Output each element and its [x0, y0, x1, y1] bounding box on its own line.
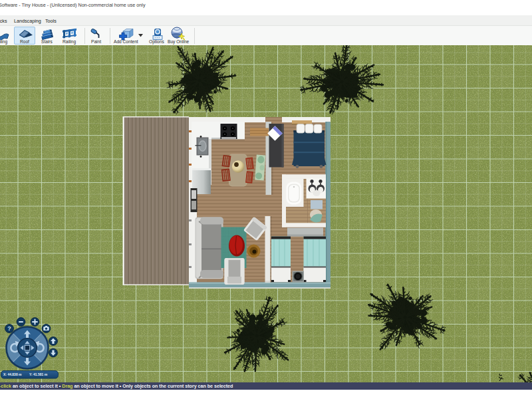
svg-text:X: 44.838 m: X: 44.838 m	[3, 372, 22, 376]
svg-text:?: ?	[7, 325, 11, 332]
svg-text:Y: 41.581 m: Y: 41.581 m	[29, 372, 48, 376]
